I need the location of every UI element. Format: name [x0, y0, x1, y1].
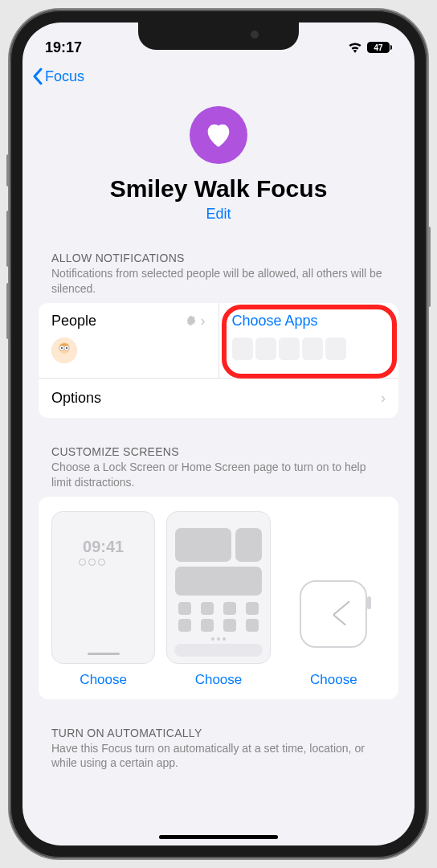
lock-screen-option: 09:41 Choose [51, 511, 155, 688]
screen: 19:17 47 Focus Smiley Walk Focus [22, 23, 415, 845]
power-button [427, 227, 431, 307]
status-time: 19:17 [45, 39, 82, 56]
chevron-right-icon: › [381, 390, 386, 407]
auto-desc: Have this Focus turn on automatically at… [51, 741, 386, 772]
focus-icon [190, 106, 247, 164]
choose-lock-screen-button[interactable]: Choose [51, 672, 155, 688]
customize-section-header: CUSTOMIZE SCREENS Choose a Lock Screen o… [39, 445, 398, 490]
people-column[interactable]: People › [39, 303, 218, 378]
focus-title: Smiley Walk Focus [39, 175, 398, 203]
volume-down-button [6, 283, 10, 339]
choose-watch-face-button[interactable]: Choose [282, 672, 386, 688]
home-screen-option: Choose [166, 511, 270, 688]
app-placeholders [232, 338, 386, 360]
options-row[interactable]: Options › [39, 378, 398, 418]
choose-apps-label: Choose Apps [232, 313, 318, 330]
chevron-left-icon [32, 68, 43, 85]
phone-frame: 19:17 47 Focus Smiley Walk Focus [10, 10, 427, 858]
heart-icon [202, 119, 235, 151]
lock-screen-time: 09:41 [83, 538, 124, 556]
back-button[interactable]: Focus [32, 68, 405, 85]
watch-preview-container[interactable] [282, 511, 386, 664]
notifications-section-header: ALLOW NOTIFICATIONS Notifications from s… [39, 252, 398, 297]
edit-button[interactable]: Edit [39, 206, 398, 223]
auto-section-header: TURN ON AUTOMATICALLY Have this Focus tu… [39, 727, 398, 772]
wifi-icon [348, 42, 362, 53]
volume-up-button [6, 211, 10, 267]
options-label: Options [51, 390, 101, 407]
gear-icon [185, 314, 198, 327]
lock-screen-preview[interactable]: 09:41 [51, 511, 155, 664]
status-indicators: 47 [348, 42, 392, 53]
apps-column[interactable]: Choose Apps [218, 303, 399, 378]
chevron-right-icon: › [201, 313, 206, 330]
customize-screens-card: 09:41 Choose [39, 497, 398, 699]
people-label: People [51, 313, 96, 330]
svg-point-4 [61, 347, 63, 349]
svg-point-5 [66, 347, 67, 349]
nav-bar: Focus [22, 63, 415, 90]
contact-avatar [51, 338, 77, 363]
notch [138, 23, 299, 50]
watch-face-preview [300, 580, 367, 648]
notifications-card: People › Choose Apps [39, 303, 398, 418]
choose-home-screen-button[interactable]: Choose [166, 672, 270, 688]
battery-percentage: 47 [374, 43, 382, 52]
auto-title: TURN ON AUTOMATICALLY [51, 727, 386, 739]
notifications-desc: Notifications from selected people will … [51, 266, 386, 297]
customize-title: CUSTOMIZE SCREENS [51, 445, 386, 458]
side-button [6, 154, 10, 186]
back-label: Focus [45, 68, 84, 85]
home-indicator[interactable] [159, 835, 278, 839]
focus-header: Smiley Walk Focus Edit [39, 106, 398, 223]
watch-face-option: Choose [282, 511, 386, 688]
notifications-title: ALLOW NOTIFICATIONS [51, 252, 386, 264]
battery-icon: 47 [367, 42, 392, 53]
customize-desc: Choose a Lock Screen or Home Screen page… [51, 460, 386, 490]
home-screen-preview[interactable] [166, 511, 270, 664]
